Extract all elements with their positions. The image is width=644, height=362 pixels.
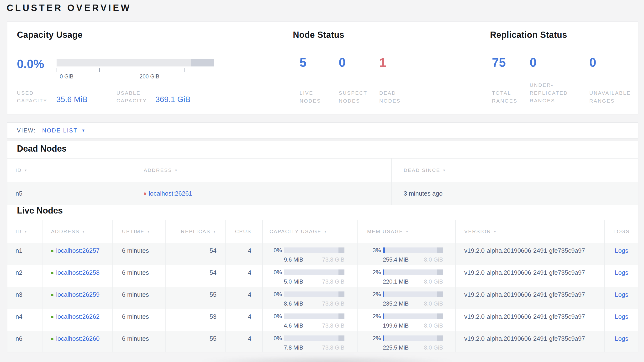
dead-col-dead-since[interactable]: DEAD SINCE▼	[391, 158, 638, 182]
capacity-usage-cell: 0% 7.8 MiB73.8 GiB	[262, 331, 357, 352]
live-col-version[interactable]: VERSION▼	[455, 220, 604, 243]
node-uptime: 6 minutes	[112, 287, 166, 309]
mem-usage-cell: 2% 220.1 MiB8.0 GiB	[357, 265, 455, 287]
dead-status-dot-icon	[144, 193, 146, 195]
live-col-capacity-usage[interactable]: CAPACITY USAGE▼	[262, 220, 357, 243]
live-col-mem-usage[interactable]: MEM USAGE▼	[357, 220, 455, 243]
node-address-link[interactable]: localhost:26258	[56, 269, 100, 276]
live-status-dot-icon	[51, 338, 54, 340]
capacity-percent-label: 0%	[270, 269, 282, 276]
live-col-uptime[interactable]: UPTIME▼	[112, 220, 166, 243]
capacity-total-value: 73.8 GiB	[322, 256, 344, 263]
chevron-down-icon: ▼	[82, 128, 85, 133]
sort-icon: ▼	[24, 230, 28, 233]
capacity-used-value: 4.6 MiB	[284, 322, 303, 329]
node-id: n6	[8, 331, 42, 352]
node-replicas: 53	[166, 309, 225, 331]
node-address-link[interactable]: localhost:26259	[56, 291, 100, 298]
sort-icon: ▼	[406, 230, 409, 233]
node-address-link[interactable]: localhost:26257	[56, 247, 100, 254]
live-col-id[interactable]: ID▼	[8, 220, 42, 243]
logs-link[interactable]: Logs	[615, 313, 628, 320]
dead-nodes-stat: 1 DEAD NODES	[379, 22, 434, 114]
mem-percent-label: 2%	[367, 291, 381, 298]
node-address-link[interactable]: localhost:26262	[56, 313, 100, 320]
sort-icon: ▼	[24, 168, 28, 172]
dead-col-address[interactable]: ADDRESS▼	[134, 158, 391, 182]
capacity-gauge-reserved-segment	[191, 59, 214, 67]
usable-capacity-label: USABLE CAPACITY	[116, 89, 147, 104]
capacity-mini-bar	[284, 313, 344, 319]
capacity-usage-cell: 0% 5.0 MiB73.8 GiB	[262, 265, 357, 287]
capacity-percent-label: 0%	[270, 291, 282, 298]
capacity-total-value: 73.8 GiB	[322, 344, 344, 351]
mem-mini-bar	[383, 248, 443, 253]
dead-node-id: n5	[8, 182, 134, 205]
live-col-address[interactable]: ADDRESS▼	[42, 220, 112, 243]
capacity-percent-label: 0%	[270, 335, 282, 342]
node-replicas: 55	[166, 287, 225, 309]
node-replicas: 54	[166, 265, 225, 287]
dead-col-id[interactable]: ID▼	[8, 158, 134, 182]
node-version: v19.2.0-alpha.20190606-2491-gfe735c9a97	[455, 265, 604, 287]
capacity-total-value: 73.8 GiB	[322, 278, 344, 285]
live-nodes-label: LIVE NODES	[300, 89, 321, 105]
unavailable-ranges-count: 0	[589, 55, 596, 70]
usable-capacity-value: 369.1 GiB	[156, 95, 190, 104]
mem-used-value: 199.6 MiB	[383, 322, 409, 329]
capacity-used-value: 8.6 MiB	[284, 300, 303, 307]
under-replicated-count: 0	[530, 55, 536, 70]
sort-icon: ▼	[324, 230, 327, 233]
sort-icon: ▼	[442, 168, 446, 172]
live-status-dot-icon	[51, 272, 54, 274]
node-logs-cell: Logs	[604, 331, 638, 352]
capacity-usage-cell: 0% 9.6 MiB73.8 GiB	[262, 243, 357, 265]
capacity-percent-label: 0%	[270, 313, 282, 320]
cluster-overview-page: CLUSTER OVERVIEW Capacity Usage 0.0% 0 G…	[0, 0, 644, 362]
node-version: v19.2.0-alpha.20190606-2491-gfe735c9a97	[455, 309, 604, 331]
mem-usage-cell: 2% 199.6 MiB8.0 GiB	[357, 309, 455, 331]
unavailable-ranges-label: UNAVAILABLE RANGES	[589, 89, 631, 105]
logs-link[interactable]: Logs	[615, 291, 628, 298]
node-address-link[interactable]: localhost:26260	[56, 335, 100, 342]
capacity-used-value: 5.0 MiB	[284, 278, 303, 285]
mem-used-value: 225.5 MiB	[383, 344, 409, 351]
view-label: VIEW:	[17, 127, 36, 134]
live-node-row: n6 localhost:26260 6 minutes 55 4 0% 7.8…	[8, 331, 638, 352]
mem-percent-label: 2%	[367, 269, 381, 276]
logs-link[interactable]: Logs	[615, 335, 628, 342]
view-dropdown-selected[interactable]: NODE LIST	[42, 127, 78, 134]
node-cpus: 4	[225, 265, 262, 287]
mem-used-value: 235.2 MiB	[383, 300, 409, 307]
sort-icon: ▼	[147, 230, 150, 233]
capacity-total-value: 73.8 GiB	[322, 300, 344, 307]
node-version: v19.2.0-alpha.20190606-2491-gfe735c9a97	[455, 331, 604, 352]
node-id: n2	[8, 265, 42, 287]
node-cpus: 4	[225, 331, 262, 352]
sort-icon: ▼	[82, 230, 86, 233]
node-cpus: 4	[225, 309, 262, 331]
summary-card: Capacity Usage 0.0% 0 GiB 200 GiB USED C…	[7, 22, 638, 114]
node-uptime: 6 minutes	[112, 331, 166, 352]
view-dropdown[interactable]: NODE LIST ▼	[42, 127, 85, 134]
capacity-gauge-bar	[56, 59, 214, 67]
node-logs-cell: Logs	[604, 265, 638, 287]
logs-link[interactable]: Logs	[615, 269, 628, 276]
node-replicas: 54	[166, 243, 225, 265]
logs-link[interactable]: Logs	[615, 247, 628, 254]
under-replicated-stat: 0 UNDER- REPLICATED RANGES	[530, 22, 584, 114]
mem-mini-bar	[383, 313, 443, 319]
suspect-nodes-label: SUSPECT NODES	[339, 89, 367, 105]
mem-percent-label: 3%	[367, 247, 381, 254]
live-node-row: n1 localhost:26257 6 minutes 54 4 0% 9.6…	[8, 243, 638, 265]
mem-usage-cell: 3% 255.4 MiB8.0 GiB	[357, 243, 455, 265]
capacity-total-value: 73.8 GiB	[322, 322, 344, 329]
dead-node-address-link[interactable]: localhost:26261	[149, 190, 192, 197]
mem-mini-bar	[383, 291, 443, 297]
mem-total-value: 8.0 GiB	[424, 344, 443, 351]
live-col-cpus: CPUS	[225, 220, 262, 243]
node-uptime: 6 minutes	[112, 243, 166, 265]
suspect-nodes-count: 0	[339, 55, 346, 70]
live-col-replicas[interactable]: REPLICAS▼	[166, 220, 225, 243]
dead-node-row: n5 localhost:26261 3 minutes ago	[8, 182, 638, 205]
